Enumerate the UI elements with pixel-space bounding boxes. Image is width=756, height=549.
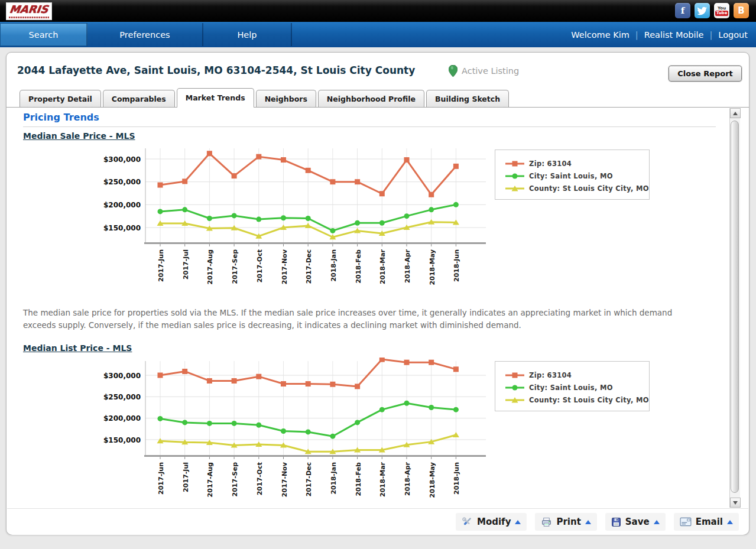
arrow-up-icon bbox=[733, 112, 738, 115]
youtube-icon[interactable]: YouTube bbox=[714, 3, 729, 18]
svg-text:2017-Aug: 2017-Aug bbox=[206, 462, 214, 497]
welcome-label: Welcome Kim bbox=[571, 30, 630, 40]
median-sale-price-heading: Median Sale Price - MLS bbox=[23, 131, 135, 141]
svg-text:2017-Jul: 2017-Jul bbox=[182, 462, 190, 492]
nav-separator: | bbox=[635, 30, 638, 40]
svg-text:2018-May: 2018-May bbox=[429, 462, 436, 498]
svg-text:2018-Feb: 2018-Feb bbox=[355, 462, 362, 496]
maris-logo-subtext bbox=[9, 17, 49, 18]
arrow-up-icon bbox=[515, 520, 521, 524]
pricing-trends-heading: Pricing Trends bbox=[23, 112, 99, 123]
blogger-icon[interactable]: B bbox=[734, 3, 749, 18]
nav-item-help[interactable]: Help bbox=[203, 23, 292, 46]
email-button[interactable]: Email bbox=[674, 513, 739, 531]
svg-text:$250,000: $250,000 bbox=[103, 178, 141, 186]
maris-logo-text: MARIS bbox=[9, 3, 49, 16]
vertical-scrollbar[interactable] bbox=[729, 108, 740, 508]
svg-text:2018-Apr: 2018-Apr bbox=[404, 249, 411, 283]
maris-logo: MARIS bbox=[6, 2, 52, 20]
report-toolbar: ModifyPrintSaveEmail bbox=[7, 508, 748, 535]
tab-neighborhood-profile[interactable]: Neighborhood Profile bbox=[318, 90, 424, 107]
legend-item: County: St Louis City City, MO bbox=[505, 182, 649, 194]
svg-text:2018-Apr: 2018-Apr bbox=[404, 462, 411, 496]
svg-text:2017-Nov: 2017-Nov bbox=[281, 462, 288, 497]
tab-building-sketch[interactable]: Building Sketch bbox=[426, 90, 509, 107]
email-icon bbox=[680, 517, 692, 527]
tab-market-trends[interactable]: Market Trends bbox=[177, 88, 254, 107]
svg-text:$300,000: $300,000 bbox=[103, 155, 141, 164]
median-list-price-chart: $150,000$200,000$250,000$300,0002017-Jun… bbox=[101, 358, 491, 508]
nav-separator: | bbox=[709, 30, 712, 40]
scrollbar-thumb[interactable] bbox=[731, 121, 739, 493]
top-header-bar: MARIS fYouTubeB bbox=[0, 0, 756, 22]
tab-neighbors[interactable]: Neighbors bbox=[256, 90, 316, 107]
save-icon bbox=[611, 517, 621, 527]
svg-text:2017-Dec: 2017-Dec bbox=[305, 462, 313, 496]
svg-text:$150,000: $150,000 bbox=[103, 436, 141, 444]
report-content: Pricing Trends Median Sale Price - MLS $… bbox=[7, 108, 728, 508]
svg-text:2017-Sep: 2017-Sep bbox=[231, 249, 239, 284]
arrow-up-icon bbox=[727, 520, 733, 524]
legend-square-marker-icon bbox=[505, 372, 525, 379]
svg-text:2018-Jun: 2018-Jun bbox=[453, 462, 460, 495]
print-button[interactable]: Print bbox=[535, 513, 596, 531]
legend-square-marker-icon bbox=[505, 160, 525, 167]
svg-text:2017-Dec: 2017-Dec bbox=[305, 249, 313, 284]
page-title: 2044 Lafayette Ave, Saint Louis, MO 6310… bbox=[17, 64, 415, 76]
legend-label: City: Saint Louis, MO bbox=[529, 172, 613, 180]
scroll-down-button[interactable] bbox=[730, 498, 741, 508]
legend-label: Zip: 63104 bbox=[529, 160, 572, 168]
legend-triangle-marker-icon bbox=[505, 185, 525, 192]
legend-label: City: Saint Louis, MO bbox=[529, 384, 613, 392]
arrow-up-icon bbox=[585, 520, 591, 524]
legend-item: Zip: 63104 bbox=[505, 369, 649, 381]
svg-text:$250,000: $250,000 bbox=[103, 393, 141, 401]
svg-text:2017-Sep: 2017-Sep bbox=[231, 462, 239, 497]
median-sale-price-chart: $150,000$200,000$250,000$300,0002017-Jun… bbox=[101, 145, 491, 295]
legend-triangle-marker-icon bbox=[505, 397, 525, 404]
svg-text:2017-Jun: 2017-Jun bbox=[157, 462, 165, 495]
legend-label: County: St Louis City City, MO bbox=[529, 184, 649, 193]
svg-text:2018-Jan: 2018-Jan bbox=[330, 462, 338, 495]
svg-text:$200,000: $200,000 bbox=[103, 414, 141, 423]
legend-circle-marker-icon bbox=[505, 173, 525, 180]
save-button[interactable]: Save bbox=[605, 513, 666, 531]
svg-text:2018-May: 2018-May bbox=[429, 249, 436, 285]
nav-item-preferences[interactable]: Preferences bbox=[87, 23, 203, 46]
svg-text:2017-Jun: 2017-Jun bbox=[157, 249, 165, 282]
svg-text:2018-Jun: 2018-Jun bbox=[453, 249, 460, 282]
facebook-icon[interactable]: f bbox=[675, 3, 690, 18]
svg-text:$150,000: $150,000 bbox=[103, 224, 141, 232]
nav-user-links: Welcome Kim |Realist Mobile|Logout bbox=[571, 22, 748, 47]
status-badge: Active Listing bbox=[462, 66, 519, 76]
nav-item-search[interactable]: Search bbox=[0, 23, 87, 46]
scroll-up-button[interactable] bbox=[730, 108, 741, 118]
svg-text:$300,000: $300,000 bbox=[103, 372, 141, 380]
arrow-down-icon bbox=[733, 501, 738, 505]
save-button-label: Save bbox=[625, 516, 650, 527]
legend-label: Zip: 63104 bbox=[529, 371, 572, 379]
twitter-icon[interactable] bbox=[695, 3, 710, 18]
map-pin-icon bbox=[449, 65, 458, 79]
print-button-label: Print bbox=[556, 516, 580, 527]
legend-circle-marker-icon bbox=[505, 384, 525, 391]
svg-text:2017-Jul: 2017-Jul bbox=[182, 249, 190, 280]
report-panel: 2044 Lafayette Ave, Saint Louis, MO 6310… bbox=[6, 52, 749, 535]
svg-text:2017-Aug: 2017-Aug bbox=[206, 249, 214, 284]
nav-link-logout[interactable]: Logout bbox=[718, 30, 748, 40]
tab-property-detail[interactable]: Property Detail bbox=[20, 90, 101, 107]
svg-text:2018-Mar: 2018-Mar bbox=[379, 249, 387, 284]
modify-button[interactable]: Modify bbox=[456, 513, 527, 531]
svg-text:2017-Oct: 2017-Oct bbox=[256, 249, 264, 282]
median-list-price-legend: Zip: 63104City: Saint Louis, MOCounty: S… bbox=[495, 361, 650, 411]
legend-item: City: Saint Louis, MO bbox=[505, 381, 649, 394]
nav-link-realist-mobile[interactable]: Realist Mobile bbox=[644, 30, 704, 40]
svg-text:2017-Nov: 2017-Nov bbox=[281, 249, 288, 284]
nav-menu: SearchPreferencesHelp bbox=[0, 22, 292, 47]
social-icons: fYouTubeB bbox=[675, 3, 749, 18]
main-nav: SearchPreferencesHelp Welcome Kim |Reali… bbox=[0, 22, 756, 47]
svg-text:$200,000: $200,000 bbox=[103, 201, 141, 209]
tab-comparables[interactable]: Comparables bbox=[103, 90, 175, 107]
median-list-price-heading: Median List Price - MLS bbox=[23, 343, 132, 353]
close-report-button[interactable]: Close Report bbox=[669, 66, 742, 82]
